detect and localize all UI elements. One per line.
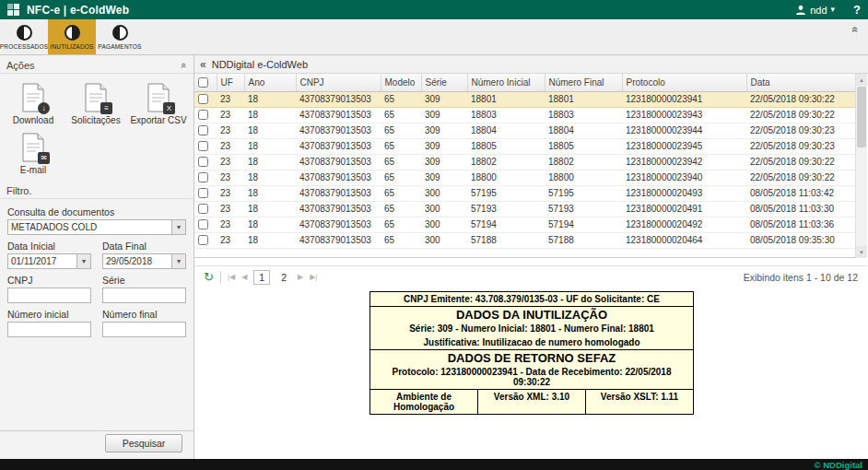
table-row[interactable]: 2318437083790135036530918805188051231800… <box>194 138 855 154</box>
table-cell: 300 <box>421 232 467 248</box>
row-checkbox[interactable] <box>198 157 208 167</box>
column-header[interactable]: Protocolo <box>622 74 746 91</box>
actions-title: Ações <box>6 60 35 71</box>
cnpj-field[interactable] <box>7 288 91 303</box>
prev-page-icon[interactable]: ◀ <box>241 273 247 281</box>
filter-title: Filtro. <box>6 185 32 196</box>
row-checkbox[interactable] <box>198 94 208 104</box>
scroll-down-icon[interactable]: ▼ <box>856 246 867 258</box>
table-cell: 123180000020491 <box>622 201 746 217</box>
email-icon: ✉ <box>19 133 47 162</box>
select-all-checkbox[interactable] <box>198 77 208 88</box>
top-bar: NFC-e | e-ColdWeb ndd ▾ ? <box>0 0 868 19</box>
pagination-bar: ↻ |◀ ◀ 1 2 ▶ ▶| Exibindo itens 1 - 10 de… <box>194 265 867 288</box>
nddigital-logo-icon <box>7 4 19 16</box>
chevron-down-icon[interactable]: ▾ <box>171 220 185 234</box>
table-cell: 23 <box>217 123 244 138</box>
collapse-up-icon[interactable]: « <box>850 27 862 33</box>
row-checkbox[interactable] <box>198 172 208 182</box>
collapse-left-icon[interactable]: « <box>200 58 206 71</box>
table-row[interactable]: 2318437083790135036530918802188021231800… <box>194 154 855 170</box>
column-header[interactable]: Ano <box>244 74 296 91</box>
table-row[interactable]: 2318437083790135036530057188571881231800… <box>194 232 855 248</box>
table-header-row: UF Ano CNPJ Modelo Série Número Inicial … <box>194 74 855 91</box>
row-checkbox[interactable] <box>198 188 208 198</box>
user-menu[interactable]: ndd ▾ <box>795 5 835 16</box>
row-checkbox[interactable] <box>198 110 208 120</box>
column-header[interactable]: Série <box>421 74 467 91</box>
table-row[interactable]: 2318437083790135036530057194571941231800… <box>194 217 855 232</box>
table-cell: 57195 <box>467 185 545 201</box>
chevron-down-icon[interactable]: ▾ <box>171 254 185 268</box>
table-row[interactable]: 2318437083790135036530918800188001231800… <box>194 170 855 185</box>
table-cell: 23 <box>217 91 244 107</box>
tab-inutilizados[interactable]: INUTILIZADOS <box>48 19 96 54</box>
column-header[interactable]: Número Final <box>545 74 622 91</box>
detail-emitente: CNPJ Emitente: 43.708.379/0135-03 - UF d… <box>370 292 693 307</box>
table-cell: 300 <box>421 217 467 232</box>
serie-field[interactable] <box>102 288 186 303</box>
table-row[interactable]: 2318437083790135036530918801188011231800… <box>194 91 855 107</box>
scrollbar-thumb[interactable] <box>857 87 866 147</box>
table-row[interactable]: 2318437083790135036530057195571951231800… <box>194 185 855 201</box>
email-button[interactable]: ✉ E-mail <box>2 129 65 179</box>
page-button-1[interactable]: 1 <box>253 270 270 285</box>
column-header[interactable]: UF <box>217 74 244 91</box>
detail-versao-xml: Versão XML: 3.10 <box>477 390 585 414</box>
list-icon: ≡ <box>100 102 112 114</box>
column-header[interactable]: Data <box>746 74 855 91</box>
chevron-down-icon[interactable]: ▾ <box>76 254 90 268</box>
numero-inicial-field[interactable] <box>7 322 91 337</box>
table-row[interactable]: 2318437083790135036530918804188041231800… <box>194 123 855 138</box>
table-cell: 65 <box>381 123 421 138</box>
table-cell: 23 <box>217 107 244 123</box>
data-inicial-picker[interactable]: 01/11/2017 ▾ <box>7 253 91 269</box>
page-button-2[interactable]: 2 <box>276 271 291 284</box>
user-name: ndd <box>810 5 827 16</box>
download-icon: ↓ <box>19 83 47 112</box>
table-row[interactable]: 2318437083790135036530057193571931231800… <box>194 201 855 217</box>
row-checkbox[interactable] <box>198 235 208 245</box>
table-cell: 57188 <box>545 232 622 248</box>
serie-label: Série <box>102 275 186 286</box>
row-checkbox[interactable] <box>198 204 208 214</box>
solicitacoes-button[interactable]: ≡ Solicitações <box>65 79 127 129</box>
column-header[interactable]: Número Inicial <box>467 74 545 91</box>
pesquisar-button[interactable]: Pesquisar <box>105 434 182 452</box>
first-page-icon[interactable]: |◀ <box>228 273 235 281</box>
table-cell: 123180000020492 <box>622 217 746 232</box>
table-cell: 18802 <box>545 154 622 170</box>
numero-final-field[interactable] <box>102 322 186 337</box>
action-label: Exportar CSV <box>130 115 186 125</box>
consulta-select[interactable]: METADADOS COLD ▾ <box>7 219 186 235</box>
tab-processados[interactable]: PROCESSADOS <box>0 19 48 54</box>
refresh-icon[interactable]: ↻ <box>204 270 214 284</box>
table-row[interactable]: 2318437083790135036530918803188031231800… <box>194 107 855 123</box>
download-button[interactable]: ↓ Download <box>2 79 65 129</box>
row-checkbox[interactable] <box>198 141 208 151</box>
pagamentos-icon <box>112 25 128 41</box>
next-page-icon[interactable]: ▶ <box>298 273 303 281</box>
tab-label: PAGAMENTOS <box>98 43 141 50</box>
detail-header-inutilizacao: DADOS DA INUTILIZAÇÃO <box>370 307 693 322</box>
exportar-csv-button[interactable]: X Exportar CSV <box>127 79 190 129</box>
chevron-down-icon: ▾ <box>831 6 836 14</box>
tab-pagamentos[interactable]: PAGAMENTOS <box>96 19 144 54</box>
data-final-picker[interactable]: 29/05/2018 ▾ <box>102 253 186 269</box>
table-cell: 18 <box>244 154 296 170</box>
vertical-scrollbar[interactable]: ▲ ▼ <box>855 74 867 258</box>
row-checkbox[interactable] <box>198 219 208 229</box>
help-button[interactable]: ? <box>853 3 861 17</box>
detail-footer: Ambiente de Homologação Versão XML: 3.10… <box>370 389 693 414</box>
row-checkbox[interactable] <box>198 125 208 135</box>
collapse-up-icon[interactable]: « <box>179 63 190 68</box>
table-cell: 309 <box>421 138 467 154</box>
table-cell: 18805 <box>467 138 545 154</box>
table-cell: 57193 <box>545 201 622 217</box>
table-cell: 22/05/2018 09:30:22 <box>746 154 855 170</box>
last-page-icon[interactable]: ▶| <box>310 273 317 281</box>
column-header[interactable]: CNPJ <box>296 74 381 91</box>
column-header[interactable]: Modelo <box>381 74 421 91</box>
scroll-up-icon[interactable]: ▲ <box>856 74 867 86</box>
table-cell: 65 <box>381 138 421 154</box>
